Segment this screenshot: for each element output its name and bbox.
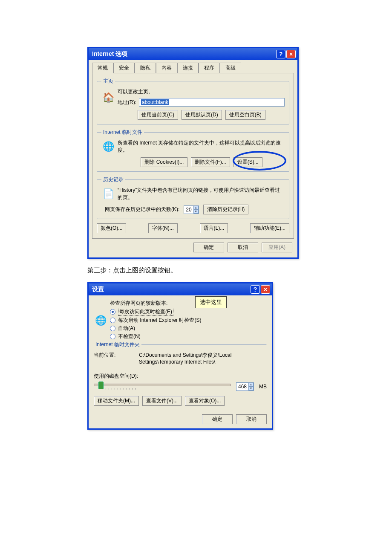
- disk-space-spinner[interactable]: 468 ▲▼: [236, 382, 254, 391]
- disk-space-slider[interactable]: [94, 384, 231, 386]
- radio-auto[interactable]: 自动(A): [110, 325, 267, 332]
- disk-space-label: 使用的磁盘空间(D):: [94, 373, 267, 380]
- homepage-desc: 可以更改主页。: [118, 88, 285, 95]
- languages-button[interactable]: 语言(L)...: [200, 223, 228, 233]
- callout-label: 选中这里: [195, 296, 227, 308]
- spin-down-icon[interactable]: ▼: [193, 210, 199, 214]
- use-current-button[interactable]: 使用当前页(C): [138, 110, 178, 120]
- tab-general[interactable]: 常规: [92, 63, 113, 73]
- settings-button[interactable]: 设置(S)...: [233, 157, 262, 167]
- homepage-group: 主页 🏠 可以更改主页。 地址(R): about:blank 使用当前页(C)…: [97, 78, 289, 124]
- tab-security[interactable]: 安全: [113, 63, 135, 73]
- colors-button[interactable]: 颜色(O)...: [97, 223, 126, 233]
- radio-icon: [110, 326, 115, 331]
- radio-every-start-label: 每次启动 Internet Explorer 时检查(S): [118, 317, 201, 324]
- dialog-title: Internet 选项: [92, 50, 127, 58]
- close-icon[interactable]: ×: [286, 50, 296, 58]
- history-days-value: 20: [186, 207, 191, 213]
- tab-panel-general: 主页 🏠 可以更改主页。 地址(R): about:blank 使用当前页(C)…: [92, 73, 294, 239]
- tempfolder-legend: Internet 临时文件夹: [94, 341, 141, 348]
- ok-button[interactable]: 确定: [193, 243, 224, 252]
- tab-programs[interactable]: 程序: [199, 63, 220, 73]
- disk-space-unit: MB: [259, 384, 267, 390]
- titlebar[interactable]: Internet 选项 ? ×: [89, 48, 297, 60]
- help-icon[interactable]: ?: [251, 285, 260, 294]
- radio-auto-label: 自动(A): [118, 325, 135, 332]
- tab-advanced[interactable]: 高级: [220, 63, 241, 73]
- location-value: C:\Documents and Settings\李俊义\Local Sett…: [139, 352, 267, 365]
- use-blank-button[interactable]: 使用空白页(B): [225, 110, 265, 120]
- home-icon: 🏠: [101, 91, 115, 104]
- spin-up-icon[interactable]: ▲: [248, 383, 254, 387]
- address-value: about:blank: [141, 99, 169, 105]
- radio-never[interactable]: 不检查(N): [110, 333, 267, 340]
- view-objects-button[interactable]: 查看对象(O)...: [185, 396, 225, 406]
- radio-never-label: 不检查(N): [118, 333, 141, 340]
- disk-space-value: 468: [238, 384, 247, 390]
- close-icon[interactable]: ×: [261, 285, 270, 294]
- ie-icon: 🌐: [94, 314, 107, 327]
- radio-every-visit[interactable]: 每次访问此页时检查(E): [110, 308, 267, 316]
- slider-thumb-icon[interactable]: [98, 382, 104, 389]
- radio-icon: [110, 318, 115, 323]
- homepage-legend: 主页: [101, 78, 115, 85]
- cancel-button[interactable]: 取消: [228, 243, 258, 252]
- move-folder-button[interactable]: 移动文件夹(M)...: [94, 396, 139, 406]
- radio-icon: [110, 334, 115, 339]
- clear-history-button[interactable]: 清除历史记录(H): [203, 205, 249, 214]
- tempfiles-group: Internet 临时文件 🌐 所查看的 Internet 页存储在特定的文件夹…: [97, 129, 289, 172]
- history-icon: 📄: [101, 187, 115, 201]
- internet-options-dialog: Internet 选项 ? × 常规 安全 隐私 内容 连接 程序 高级 主页 …: [87, 47, 299, 259]
- delete-cookies-button[interactable]: 删除 Cookies(I)...: [141, 157, 187, 167]
- tempfolder-group: Internet 临时文件夹 当前位置: C:\Documents and Se…: [94, 341, 267, 410]
- radio-icon: [110, 309, 115, 315]
- check-newer-label: 检查所存网页的较新版本:: [110, 300, 267, 307]
- tab-connection[interactable]: 连接: [177, 63, 199, 73]
- spin-down-icon[interactable]: ▼: [248, 387, 254, 390]
- apply-button: 应用(A): [262, 243, 292, 252]
- history-days-label: 网页保存在历史记录中的天数(K):: [105, 206, 179, 213]
- ok-button[interactable]: 确定: [202, 414, 233, 424]
- history-group: 历史记录 📄 “History”文件夹中包含有已访问页的链接，可使用户快速访问最…: [97, 176, 289, 219]
- radio-every-start[interactable]: 每次启动 Internet Explorer 时检查(S): [110, 317, 267, 324]
- instruction-text: 第三步：点击上图的设置按钮。: [87, 266, 392, 275]
- address-input[interactable]: about:blank: [139, 98, 285, 107]
- history-desc: “History”文件夹中包含有已访问页的链接，可使用户快速访问最近查看过的页。: [118, 187, 285, 201]
- radio-every-visit-label: 每次访问此页时检查(E): [118, 308, 173, 316]
- fonts-button[interactable]: 字体(N)...: [148, 223, 178, 233]
- view-files-button[interactable]: 查看文件(V)...: [142, 396, 182, 406]
- delete-files-button[interactable]: 删除文件(F)...: [191, 157, 230, 167]
- help-icon[interactable]: ?: [276, 50, 285, 58]
- settings-dialog: 设置 ? × 选中这里 🌐 检查所存网页的较新版本: 每次访问此页时检查(E) …: [87, 282, 273, 430]
- tempfiles-legend: Internet 临时文件: [101, 129, 144, 136]
- accessibility-button[interactable]: 辅助功能(E)...: [250, 223, 289, 233]
- dialog-title: 设置: [92, 286, 104, 293]
- titlebar[interactable]: 设置 ? ×: [89, 283, 272, 295]
- tab-privacy[interactable]: 隐私: [135, 63, 156, 73]
- tempfiles-desc: 所查看的 Internet 页存储在特定的文件夹中，这样可以提高以后浏览的速度。: [118, 139, 285, 154]
- spin-up-icon[interactable]: ▲: [193, 206, 199, 210]
- tab-content[interactable]: 内容: [156, 63, 177, 73]
- ie-icon: 🌐: [101, 140, 115, 153]
- cancel-button[interactable]: 取消: [236, 414, 267, 424]
- history-days-spinner[interactable]: 20 ▲▼: [184, 205, 199, 214]
- address-label: 地址(R):: [118, 99, 136, 106]
- use-default-button[interactable]: 使用默认页(D): [182, 110, 222, 120]
- history-legend: 历史记录: [101, 176, 125, 183]
- location-label: 当前位置:: [94, 352, 136, 359]
- tabstrip: 常规 安全 隐私 内容 连接 程序 高级: [89, 60, 297, 73]
